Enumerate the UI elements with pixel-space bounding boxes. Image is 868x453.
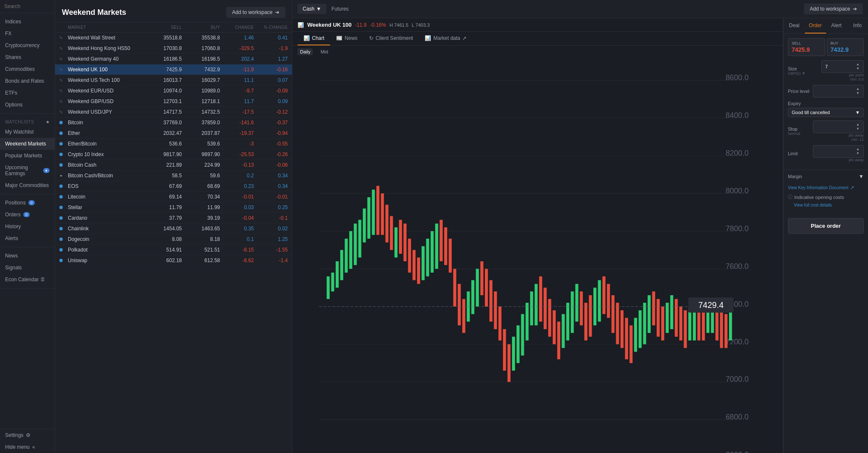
sidebar-item-settings[interactable]: Settings ⚙ <box>0 429 55 441</box>
row-buy: 521.51 <box>182 247 220 253</box>
sidebar-item-fx[interactable]: FX <box>0 28 55 39</box>
chart-panel: 📊 Weekend UK 100 -11.9 -0.16% H 7461.5 L… <box>292 18 783 453</box>
tab-news[interactable]: 📰 News <box>330 32 363 45</box>
stop-up[interactable]: ▲ <box>856 123 860 127</box>
mid-btn[interactable]: Mid <box>318 48 331 55</box>
tab-alert[interactable]: Alert <box>826 18 847 34</box>
tab-order[interactable]: Order <box>805 18 826 34</box>
futures-button[interactable]: Futures <box>326 4 354 14</box>
svg-rect-68 <box>539 277 542 322</box>
table-row[interactable]: Stellar 11.79 11.99 0.03 0.25 <box>55 202 292 213</box>
table-row[interactable]: ✎ Weekend US Tech 100 16013.7 16029.7 11… <box>55 75 292 86</box>
row-icon <box>59 204 68 210</box>
tab-client-sentiment[interactable]: ↻ Client Sentiment <box>363 32 419 45</box>
table-row[interactable]: Polkadot 514.91 521.51 -8.15 -1.55 <box>55 245 292 255</box>
table-row[interactable]: ✎ Weekend GBP/USD 12703.1 12718.1 11.7 0… <box>55 96 292 107</box>
price-up[interactable]: ▲ <box>856 87 860 91</box>
limit-up[interactable]: ▲ <box>856 147 860 151</box>
table-row[interactable]: ✎ Weekend USD/JPY 14717.5 14732.5 -17.5 … <box>55 107 292 117</box>
tab-market-data[interactable]: 📊 Market data ➚ <box>419 32 472 45</box>
info-icon: ⓘ <box>788 194 793 200</box>
table-row[interactable]: ⚭ Bitcoin Cash/Bitcoin 58.5 59.6 0.2 0.3… <box>55 171 292 181</box>
expiry-select[interactable]: Good till cancelled ▼ <box>788 108 864 117</box>
row-market-name: Cardano <box>68 215 144 221</box>
table-row[interactable]: Bitcoin 37769.0 37859.0 -141.6 -0.37 <box>55 117 292 128</box>
sidebar-item-options[interactable]: Options <box>0 99 55 111</box>
table-row[interactable]: Ether 2032.47 2037.87 -19.37 -0.94 <box>55 128 292 139</box>
row-change: -141.6 <box>220 120 254 126</box>
table-row[interactable]: Crypto 10 Index 9817.90 9897.90 -25.53 -… <box>55 149 292 160</box>
size-stepper[interactable]: ▲ ▼ <box>856 62 860 71</box>
tab-chart[interactable]: 📊 Chart <box>298 32 330 45</box>
chart-workspace-button[interactable]: Add to workspace ➔ <box>804 3 863 14</box>
expiry-row: Expiry Good till cancelled ▼ <box>788 101 864 117</box>
table-row[interactable]: ✎ Weekend Wall Street 35518.8 35538.8 1.… <box>55 33 292 43</box>
sidebar-item-history[interactable]: History <box>0 221 55 232</box>
svg-rect-110 <box>729 310 732 341</box>
size-down[interactable]: ▼ <box>856 67 860 71</box>
chart-info-bar: 📊 Weekend UK 100 -11.9 -0.16% H 7461.5 L… <box>292 18 783 32</box>
svg-text:7800.0: 7800.0 <box>726 224 748 233</box>
table-row[interactable]: Dogecoin 8.08 8.18 0.1 1.25 <box>55 234 292 245</box>
sidebar-item-my-watchlist[interactable]: My Watchlist <box>0 126 55 138</box>
col-market: MARKET <box>68 25 144 30</box>
table-row[interactable]: ✎ Weekend UK 100 7425.9 7432.9 -11.9 -0.… <box>55 64 292 75</box>
svg-rect-91 <box>643 303 646 344</box>
table-row[interactable]: Chainlink 1454.05 1463.65 0.35 0.02 <box>55 224 292 234</box>
sidebar-item-indices[interactable]: Indices <box>0 16 55 28</box>
daily-btn[interactable]: Daily <box>298 48 313 55</box>
sidebar-item-etfs[interactable]: ETFs <box>0 87 55 99</box>
sidebar-item-econ-calendar[interactable]: Econ Calendar 🗓 <box>0 274 55 285</box>
limit-input[interactable]: ▲ ▼ <box>813 145 864 158</box>
view-cost-link[interactable]: View full cost details <box>794 203 832 207</box>
price-level-input[interactable]: ▲ ▼ <box>813 85 864 98</box>
tab-deal[interactable]: Deal <box>784 18 805 34</box>
workspace-button[interactable]: Add to workspace ➔ <box>226 7 285 18</box>
table-row[interactable]: ✎ Weekend Germany 40 16186.5 16198.5 202… <box>55 54 292 64</box>
sidebar-item-alerts[interactable]: Alerts <box>0 232 55 244</box>
size-input[interactable]: 7 ▲ ▼ <box>821 60 864 73</box>
table-row[interactable]: ✎ Weekend EUR/USD 10974.0 10989.0 -9.7 -… <box>55 86 292 96</box>
tab-info[interactable]: Info <box>847 18 868 34</box>
view-kid-link[interactable]: View Key Information Document <box>788 185 849 190</box>
search-box[interactable]: 🔍 <box>0 0 55 13</box>
table-row[interactable]: Cardano 37.79 39.19 -0.04 -0.1 <box>55 213 292 224</box>
sidebar-item-popular-markets[interactable]: Popular Markets <box>0 150 55 162</box>
table-row[interactable]: Bitcoin Cash 221.89 224.99 -0.13 -0.06 <box>55 160 292 171</box>
price-stepper[interactable]: ▲ ▼ <box>856 87 860 95</box>
sidebar-item-signals[interactable]: Signals <box>0 262 55 274</box>
sidebar-item-positions[interactable]: Positions 0 <box>0 197 55 209</box>
sidebar-item-news[interactable]: News <box>0 250 55 262</box>
table-row[interactable]: Ether/Bitcoin 536.6 539.6 -3 -0.55 <box>55 139 292 149</box>
sidebar-item-shares[interactable]: Shares <box>0 51 55 63</box>
row-pct-change: -1.4 <box>254 257 288 263</box>
size-label: Size <box>788 66 805 71</box>
stop-stepper[interactable]: ▲ ▼ <box>856 123 860 131</box>
row-change: 11.1 <box>220 77 254 83</box>
row-icon <box>59 247 68 253</box>
svg-rect-90 <box>639 310 642 348</box>
sidebar-item-major-commodities[interactable]: Major Commodities <box>0 179 55 191</box>
row-buy: 224.99 <box>182 162 220 168</box>
sidebar-item-hide-menu[interactable]: Hide menu « <box>0 441 55 453</box>
stop-down[interactable]: ▼ <box>856 127 860 131</box>
limit-down[interactable]: ▼ <box>856 151 860 156</box>
table-row[interactable]: ✎ Weekend Hong Kong HS50 17030.8 17060.8… <box>55 43 292 54</box>
cash-button[interactable]: Cash ▼ <box>298 4 326 14</box>
sidebar-item-upcoming-earnings[interactable]: Upcoming Earnings ● <box>0 162 55 179</box>
table-row[interactable]: Litecoin 69.14 70.34 -0.01 -0.01 <box>55 192 292 202</box>
stop-input[interactable]: ▲ ▼ <box>813 120 864 133</box>
sidebar-item-weekend-markets[interactable]: Weekend Markets <box>0 138 55 150</box>
col-pct-change: % CHANGE <box>254 25 288 30</box>
place-order-button[interactable]: Place order <box>788 218 864 234</box>
table-row[interactable]: Uniswap 602.18 612.58 -8.62 -1.4 <box>55 255 292 266</box>
sidebar-item-cryptocurrency[interactable]: Cryptocurrency <box>0 39 55 51</box>
size-up[interactable]: ▲ <box>856 62 860 67</box>
row-sell: 12703.1 <box>144 98 182 104</box>
table-row[interactable]: EOS 67.69 68.69 0.23 0.34 <box>55 181 292 192</box>
limit-stepper[interactable]: ▲ ▼ <box>856 147 860 156</box>
price-down[interactable]: ▼ <box>856 91 860 95</box>
sidebar-item-commodities[interactable]: Commodities <box>0 63 55 75</box>
sidebar-item-bonds-rates[interactable]: Bonds and Rates <box>0 75 55 87</box>
sidebar-item-orders[interactable]: Orders 0 <box>0 209 55 221</box>
